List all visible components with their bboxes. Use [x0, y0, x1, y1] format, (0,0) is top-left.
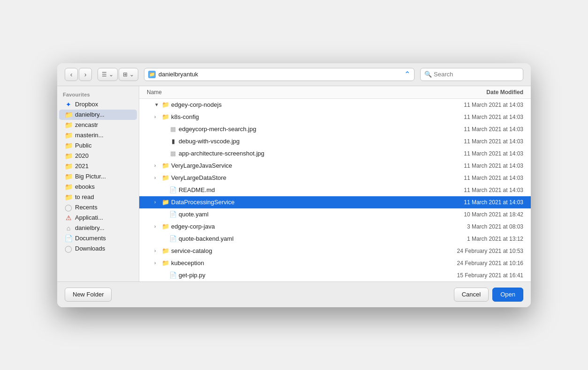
file-date: 11 March 2021 at 14:03	[420, 102, 523, 108]
search-input[interactable]	[434, 71, 519, 78]
sidebar-item-ebooks[interactable]: 📁 ebooks	[59, 182, 137, 192]
file-date: 11 March 2021 at 14:03	[420, 175, 523, 181]
file-row[interactable]: › 📁 VeryLargeJavaService 11 March 2021 a…	[139, 160, 531, 172]
file-name-cell: › 📁 service-catalog	[154, 247, 420, 255]
file-row[interactable]: ▼ 📁 edgey-corp-nodejs 11 March 2021 at 1…	[139, 99, 531, 111]
folder-icon: 📁	[162, 174, 169, 182]
file-name: quote-backend.yaml	[179, 235, 234, 242]
file-name: edgey-corp-nodejs	[171, 101, 222, 108]
file-row[interactable]: › 📁 VeryLargeDataStore 11 March 2021 at …	[139, 172, 531, 184]
image-icon: ▩	[169, 126, 177, 133]
sidebar-item-2020[interactable]: 📁 2020	[59, 151, 137, 161]
sidebar-item-label-applications: Applicati...	[75, 214, 103, 221]
file-icon: 📄	[169, 272, 177, 279]
folder-icon-bigpictur: 📁	[65, 173, 72, 180]
folder-icon-toread: 📁	[65, 193, 72, 201]
file-row[interactable]: › 📁 edgey-corp-java 3 March 2021 at 08:0…	[139, 221, 531, 233]
file-row[interactable]: 📄 quote.yaml 10 March 2021 at 18:42	[139, 208, 531, 221]
folder-icon: 📁	[162, 247, 169, 255]
file-name-cell: ▼ 📁 edgey-corp-nodejs	[147, 101, 420, 109]
forward-button[interactable]: ›	[79, 68, 92, 81]
sidebar-item-label-home: danielbry...	[75, 224, 105, 231]
dialog-footer: New Folder Cancel Open	[57, 281, 531, 307]
file-row[interactable]: 📄 get-pip.py 15 February 2021 at 16:41	[139, 269, 531, 281]
file-name-cell: › 📁 k8s-config	[154, 113, 420, 121]
new-folder-button[interactable]: New Folder	[65, 288, 112, 302]
list-view-button[interactable]: ☰ ⌄	[98, 68, 118, 81]
grid-view-icon: ⊞	[123, 71, 128, 78]
file-row[interactable]: › 📁 service-catalog 24 February 2021 at …	[139, 245, 531, 257]
file-row-selected[interactable]: › 📁 DataProcessingService 11 March 2021 …	[139, 196, 531, 208]
sidebar-item-danielbry1[interactable]: 📁 danielbry...	[59, 110, 137, 120]
file-row[interactable]: 📄 quote-backend.yaml 1 March 2021 at 13:…	[139, 233, 531, 245]
file-date: 24 February 2021 at 10:53	[420, 248, 523, 254]
sidebar-item-public[interactable]: 📁 Public	[59, 141, 137, 151]
back-button[interactable]: ‹	[65, 68, 78, 81]
location-bar[interactable]: 📁 danielbryantuk ⌃	[144, 68, 415, 81]
sidebar-item-dropbox[interactable]: ✦ Dropbox	[59, 99, 137, 110]
sidebar-item-documents[interactable]: 📄 Documents	[59, 233, 137, 244]
expand-arrow-icon: ›	[154, 224, 160, 229]
search-bar[interactable]: 🔍	[420, 68, 523, 81]
folder-icon-zencastr: 📁	[65, 121, 72, 129]
file-name-cell: 📄 quote-backend.yaml	[162, 235, 420, 243]
file-name: VeryLargeDataStore	[171, 174, 226, 181]
image-icon: ▮	[169, 138, 177, 145]
file-icon: 📄	[169, 211, 177, 218]
sidebar-item-label-2021: 2021	[75, 163, 89, 170]
sidebar-item-masterin[interactable]: 📁 masterin...	[59, 130, 137, 141]
sidebar-item-2021[interactable]: 📁 2021	[59, 161, 137, 171]
open-button[interactable]: Open	[492, 288, 523, 302]
folder-icon-ebooks: 📁	[65, 183, 72, 191]
file-name-cell: 📄 README.md	[162, 186, 420, 194]
recents-icon: ◯	[65, 204, 72, 211]
file-date: 1 March 2021 at 13:12	[420, 236, 523, 242]
expand-arrow-icon: ›	[154, 114, 160, 119]
file-name: k8s-config	[171, 113, 199, 120]
sidebar-item-label-danielbry1: danielbry...	[75, 111, 105, 118]
grid-view-button[interactable]: ⊞ ⌄	[119, 68, 138, 81]
sidebar-item-label-2020: 2020	[75, 152, 89, 159]
grid-view-chevron: ⌄	[129, 71, 134, 78]
sidebar-item-label-ebooks: ebooks	[75, 183, 95, 190]
expand-arrow-icon: ›	[154, 163, 160, 168]
folder-icon: 📁	[162, 259, 169, 267]
file-date: 11 March 2021 at 14:03	[420, 187, 523, 193]
sidebar-item-toread[interactable]: 📁 to read	[59, 192, 137, 202]
dialog-body: Favourites ✦ Dropbox 📁 danielbry... 📁 ze…	[57, 86, 531, 281]
sidebar-item-label-toread: to read	[75, 193, 94, 200]
folder-icon-public: 📁	[65, 142, 72, 149]
file-name-cell: 📄 get-pip.py	[162, 272, 420, 279]
folder-icon: 📁	[162, 199, 169, 206]
file-date: 11 March 2021 at 14:03	[420, 114, 523, 120]
cancel-button[interactable]: Cancel	[454, 288, 489, 302]
file-name: DataProcessingService	[171, 199, 234, 206]
sidebar-item-zencastr[interactable]: 📁 zencastr	[59, 120, 137, 130]
sidebar-item-home[interactable]: ⌂ danielbry...	[59, 223, 137, 233]
folder-icon-masterin: 📁	[65, 132, 72, 139]
folder-icon: 📁	[162, 113, 169, 121]
file-dialog: ‹ › ☰ ⌄ ⊞ ⌄ 📁 danielbryantuk ⌃ 🔍	[57, 63, 531, 307]
expand-arrow-icon: ›	[154, 260, 160, 266]
col-date-header: Date Modified	[420, 89, 523, 96]
file-row[interactable]: ▮ debug-with-vscode.jpg 11 March 2021 at…	[139, 135, 531, 148]
sidebar-item-downloads[interactable]: ◯ Downloads	[59, 244, 137, 254]
file-row[interactable]: › 📁 k8s-config 11 March 2021 at 14:03	[139, 111, 531, 123]
expand-arrow-icon: ›	[154, 248, 160, 253]
sidebar-item-recents[interactable]: ◯ Recents	[59, 202, 137, 213]
file-name-cell: ▩ edgeycorp-merch-search.jpg	[162, 126, 420, 133]
list-view-icon: ☰	[102, 71, 107, 78]
file-row[interactable]: ▩ app-architecture-screenshot.jpg 11 Mar…	[139, 148, 531, 160]
sidebar-item-applications[interactable]: ⚠ Applicati...	[59, 213, 137, 223]
sidebar-item-bigpictur[interactable]: 📁 Big Pictur...	[59, 171, 137, 182]
file-row[interactable]: ▩ edgeycorp-merch-search.jpg 11 March 20…	[139, 123, 531, 135]
file-row[interactable]: › 📁 kubeception 24 February 2021 at 10:1…	[139, 257, 531, 269]
file-date: 15 February 2021 at 16:41	[420, 272, 523, 279]
col-name-header: Name	[147, 89, 420, 96]
file-row[interactable]: 📄 README.md 11 March 2021 at 14:03	[139, 184, 531, 196]
file-name-cell: ▩ app-architecture-screenshot.jpg	[162, 150, 420, 157]
location-chevron-icon: ⌃	[404, 70, 410, 79]
nav-buttons: ‹ ›	[65, 68, 92, 81]
file-name-cell: › 📁 kubeception	[154, 259, 420, 267]
expand-arrow-icon: ▼	[154, 102, 160, 107]
